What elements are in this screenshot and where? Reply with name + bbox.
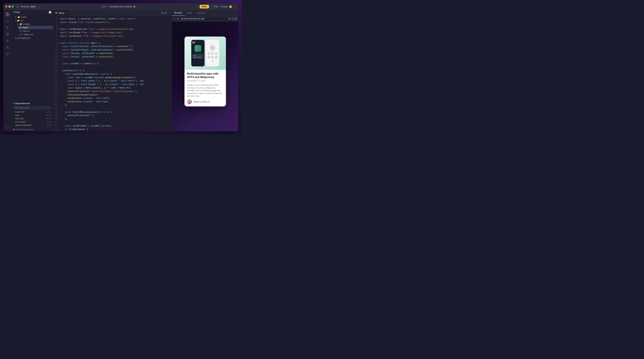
folder-images[interactable]: ▶ 📁 images — [16, 22, 53, 26]
minimize-button[interactable] — [8, 6, 10, 8]
tab-terminal[interactable]: Terminal — [194, 10, 207, 16]
dep-loader-utils: loader-utils 3.2.1 — [12, 110, 53, 114]
right-panel: Browser Tests Terminal ‹ › ↻ 🔒 https://w… — [172, 10, 238, 131]
dep-styled-components: styled-components 5.3.9 — [12, 124, 53, 127]
chevron-icon: ▾ — [15, 20, 16, 22]
phone-card-label: Light — [193, 55, 202, 56]
phone-app-icon — [194, 45, 201, 52]
fork-button[interactable]: ⑂ Fork — [210, 5, 220, 9]
card-author: MT Taught by Meng To — [187, 100, 223, 104]
card-sections: 40 sections — [187, 80, 197, 82]
integrations-icon-btn[interactable] — [4, 51, 10, 57]
code-area[interactable]: 12345 678910 1112131415 1617181920 21222… — [53, 16, 172, 131]
file-packagejson[interactable]: {} package.json — [14, 36, 53, 40]
nav-forward[interactable]: › — [40, 5, 41, 8]
share-button[interactable]: Share — [200, 5, 209, 9]
sort-desc-icon[interactable]: ↓ — [44, 11, 45, 14]
sidebar-toggle[interactable]: ☰ — [16, 5, 18, 8]
file-panel-icons: ↓ ↑ + ⬜ — [44, 11, 51, 14]
nav-back[interactable]: ‹ — [38, 5, 39, 8]
dial-4: 4 — [207, 56, 210, 59]
tab-appjs[interactable]: JS App.js ✕ — [53, 10, 70, 16]
dep-list-icon[interactable]: ≡ — [50, 107, 51, 109]
phone-dots: ··· — [202, 42, 204, 43]
debug-icon-btn[interactable] — [4, 38, 10, 44]
file-css-label: styles.css — [24, 33, 33, 36]
file-appjs-label: App.js — [22, 26, 28, 29]
search-icon-btn[interactable] — [4, 18, 10, 24]
maximize-button[interactable] — [12, 6, 14, 8]
code-content[interactable]: import React, { useState, useEffect, use… — [59, 16, 172, 131]
create-label[interactable]: Create — [221, 5, 228, 8]
file-panel-header: ▾ Files ↓ ↑ + ⬜ — [12, 10, 53, 15]
dependencies-header[interactable]: ▾ Dependencies — [12, 102, 53, 105]
file-indexjs-label: index.js — [22, 30, 30, 32]
heart-button[interactable]: ♡ 0 — [194, 5, 198, 8]
editor-area: JS App.js ✕ ⊞ ⊟ ⋯ 12345 678910 111213141… — [53, 10, 172, 131]
browser-back-icon[interactable]: ‹ — [173, 17, 174, 20]
browser-icon-2[interactable]: ⊟ — [232, 17, 234, 20]
dial-6: 6 — [215, 56, 218, 59]
file-tree: ▶ 📁 public ▾ 📂 src ▶ 📁 images — [12, 15, 53, 101]
icon-sidebar — [3, 10, 12, 131]
folder-images-label: images — [23, 23, 30, 25]
file-appjs[interactable]: JS App.js — [18, 26, 53, 29]
folder-src[interactable]: ▾ 📂 src — [14, 19, 53, 22]
extensions-icon-btn[interactable] — [4, 124, 10, 130]
split-editor-icon[interactable]: ⊞ — [161, 11, 164, 15]
dial-1: 1 — [207, 52, 210, 55]
more-options-icon[interactable]: ⋯ — [168, 11, 170, 15]
dep-react-scripts: react-scripts 5.0.1 — [12, 120, 53, 124]
files-chevron: ▾ — [13, 11, 14, 14]
folder-public[interactable]: ▶ 📁 public — [14, 15, 53, 19]
tab-browser[interactable]: Browser — [172, 10, 185, 16]
external-resources[interactable]: ▶ External resources — [12, 128, 53, 131]
browser-refresh-icon[interactable]: ↻ — [177, 18, 179, 20]
personal-badge: Personal Free — [20, 5, 36, 8]
phone-left: 25° ··· Light Meng To, Zeta... — [191, 40, 204, 66]
dep-version: 18.2.0 — [46, 114, 51, 116]
more-icon[interactable]: ⋯ — [234, 5, 236, 8]
dep-version: 18.2.0 — [46, 117, 51, 120]
browser-forward-icon[interactable]: › — [175, 17, 176, 20]
author-name: Taught by Meng To — [193, 101, 210, 103]
close-button[interactable] — [5, 6, 8, 8]
browser-content: 25° ··· Light Meng To, Zeta... — [172, 22, 238, 131]
add-dependency-input[interactable] — [13, 106, 49, 110]
svg-point-3 — [6, 27, 7, 27]
url-bar[interactable]: 🔒 https://wwokwl.csb.app/ — [180, 17, 228, 21]
file-panel: ▾ Files ↓ ↑ + ⬜ ▶ 📁 public — [12, 10, 53, 131]
bell-icon[interactable]: 🔔 — [229, 5, 232, 8]
phone-right: 1 2 3 4 5 6 Call — [206, 40, 219, 66]
heart-icon: ♡ — [194, 5, 196, 8]
settings-icon-btn[interactable] — [4, 31, 10, 37]
card-title: Build beautiful apps with GPT4 and Midjo… — [187, 72, 223, 79]
sort-asc-icon[interactable]: ↑ — [45, 11, 46, 14]
nav-arrows: ‹ › — [38, 5, 41, 8]
browser-bar: ‹ › ↻ 🔒 https://wwokwl.csb.app/ ⊞ ⊟ ⊠ — [172, 16, 238, 22]
main-window: ☰ Personal Free ‹ › Drafts / nameless-ha… — [3, 3, 238, 131]
tab-tests[interactable]: Tests — [185, 10, 194, 16]
source-control-icon-btn[interactable] — [4, 25, 10, 31]
browser-icon-3[interactable]: ⊠ — [235, 17, 237, 20]
dependencies-section: ▾ Dependencies ≡ loader-utils 3.2.1 reac… — [12, 101, 53, 128]
tab-close-icon[interactable]: ✕ — [65, 12, 67, 14]
url-text: https://wwokwl.csb.app/ — [184, 18, 205, 20]
dep-react-dom: react-dom 18.2.0 — [12, 117, 53, 120]
file-indexjs[interactable]: JS index.js — [18, 29, 53, 33]
new-file-icon[interactable]: + — [47, 11, 48, 14]
preview-card: 25° ··· Light Meng To, Zeta... — [184, 37, 226, 106]
dep-name: loader-utils — [15, 111, 25, 113]
author-avatar: MT — [187, 100, 192, 104]
users-icon-btn[interactable] — [4, 45, 10, 51]
files-icon-btn[interactable] — [4, 11, 10, 17]
breadcrumb-drafts[interactable]: Drafts — [101, 5, 107, 8]
project-name[interactable]: nameless-haze-wwokwl — [109, 5, 132, 8]
editor-layout-icon[interactable]: ⊟ — [164, 11, 166, 15]
free-badge: Free — [30, 6, 36, 8]
browser-icon-1[interactable]: ⊞ — [228, 17, 230, 20]
new-folder-icon[interactable]: ⬜ — [49, 11, 51, 14]
dep-react: react 18.2.0 — [12, 114, 53, 117]
file-css[interactable]: CSS styles.css — [18, 33, 53, 36]
dep-name: styled-components — [15, 124, 32, 126]
